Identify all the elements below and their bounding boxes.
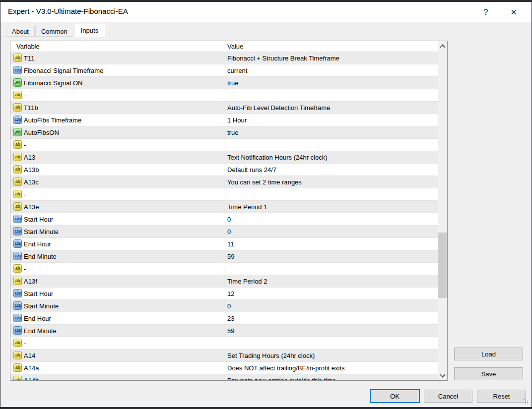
variable-cell: A13c <box>24 178 39 186</box>
variable-cell: Start Hour <box>24 290 53 297</box>
value-cell[interactable]: Default runs 24/7 <box>227 166 276 174</box>
expert-properties-dialog: Expert - V3.0-Ultimate-Fibonacci-EA ? ✕ … <box>0 2 532 407</box>
value-cell[interactable]: 23 <box>227 315 234 322</box>
string-type-icon: ab <box>13 177 22 186</box>
scroll-down-button[interactable] <box>438 371 447 380</box>
variable-cell: End Minute <box>24 327 57 335</box>
type-icon-glyph: 123 <box>15 230 21 234</box>
number-type-icon: 123 <box>13 116 22 124</box>
value-cell[interactable]: 12 <box>227 290 234 297</box>
variable-cell: - <box>24 191 26 198</box>
type-icon-glyph: ab <box>15 353 20 357</box>
variable-cell: Fibonacci Signal Timeframe <box>24 67 103 74</box>
title-bar[interactable]: Expert - V3.0-Ultimate-Fibonacci-EA ? ✕ <box>0 2 532 22</box>
value-cell[interactable]: Set Trading Hours (24hr clock) <box>227 352 315 359</box>
value-cell[interactable]: Time Period 1 <box>227 203 267 211</box>
number-type-icon: 123 <box>13 289 22 297</box>
bool-type-icon <box>13 128 22 136</box>
string-type-icon: ab <box>13 351 22 359</box>
type-icon-glyph: 123 <box>15 254 21 258</box>
value-cell[interactable]: 59 <box>227 327 234 335</box>
tab-common[interactable]: Common <box>35 26 73 37</box>
resize-grip[interactable] <box>524 399 529 404</box>
variable-cell: End Hour <box>24 315 51 322</box>
string-type-icon: ab <box>13 339 22 347</box>
type-icon-glyph: 123 <box>15 217 21 221</box>
value-cell[interactable]: 11 <box>227 240 234 248</box>
variable-cell: A13e <box>24 203 39 211</box>
value-cell[interactable]: 0 <box>227 228 231 235</box>
column-divider <box>224 41 224 380</box>
help-button[interactable]: ? <box>475 2 497 22</box>
value-cell[interactable]: 1 Hour <box>227 117 247 124</box>
cancel-button[interactable]: Cancel <box>424 390 472 403</box>
number-type-icon: 123 <box>13 227 22 235</box>
load-button[interactable]: Load <box>454 348 523 360</box>
value-cell[interactable]: Auto-Fib Level Detection Timeframe <box>227 104 330 112</box>
variable-cell: - <box>24 141 26 149</box>
variable-cell: A13f <box>24 278 37 285</box>
type-icon-glyph: 123 <box>15 316 21 320</box>
string-type-icon: ab <box>13 363 22 372</box>
scroll-up-button[interactable] <box>438 41 447 51</box>
tab-about[interactable]: About <box>6 26 35 37</box>
value-cell[interactable]: true <box>227 129 238 136</box>
variable-cell: AutoFibsON <box>24 129 59 136</box>
inputs-table: Variable Value ab T11 Fibonacci + Struct… <box>10 41 448 381</box>
variable-cell: A14 <box>24 352 35 359</box>
string-type-icon: ab <box>13 190 22 198</box>
save-button[interactable]: Save <box>454 367 523 380</box>
type-icon-glyph: ab <box>15 266 20 271</box>
string-type-icon: ab <box>13 140 22 149</box>
type-icon-glyph: ab <box>15 378 20 380</box>
reset-button[interactable]: Reset <box>477 390 526 403</box>
value-column-header: Value <box>227 43 243 50</box>
value-cell[interactable]: Fibonacci + Structure Break Timeframe <box>227 55 339 62</box>
type-icon-glyph: ab <box>15 56 20 60</box>
value-cell[interactable]: You can set 2 time ranges <box>227 178 302 186</box>
string-type-icon: ab <box>13 103 22 112</box>
chevron-down-icon <box>440 372 445 377</box>
value-cell[interactable]: Does NOT affect trailing/BE/in-profit ex… <box>227 364 345 372</box>
variable-cell: A14b <box>24 377 39 380</box>
type-icon-glyph: 123 <box>15 118 21 122</box>
variable-cell: End Minute <box>24 253 57 260</box>
scrollbar-thumb[interactable] <box>438 233 447 298</box>
number-type-icon: 123 <box>13 252 22 260</box>
type-icon-glyph: ab <box>15 167 20 172</box>
number-type-icon: 123 <box>13 314 22 322</box>
variable-column-header: Variable <box>16 43 40 50</box>
number-type-icon: 123 <box>13 215 22 223</box>
tab-inputs[interactable]: Inputs <box>74 24 105 37</box>
type-icon-glyph: ab <box>15 341 20 345</box>
tab-bar: About Common Inputs <box>6 23 106 37</box>
number-type-icon: 123 <box>13 239 22 248</box>
line-chart-icon <box>14 79 21 86</box>
variable-cell: T11b <box>24 104 38 112</box>
variable-cell: - <box>24 265 26 273</box>
value-cell[interactable]: 59 <box>227 253 234 260</box>
variable-cell: AutoFibs Timeframe <box>24 117 81 124</box>
bool-type-icon <box>13 78 22 87</box>
variable-cell: A13b <box>24 166 39 174</box>
string-type-icon: ab <box>13 277 22 285</box>
ok-button[interactable]: OK <box>370 389 420 403</box>
type-icon-glyph: ab <box>15 93 20 97</box>
value-cell[interactable]: 0 <box>227 302 231 310</box>
number-type-icon: 123 <box>13 301 22 310</box>
vertical-scrollbar[interactable] <box>438 41 447 380</box>
value-cell[interactable]: true <box>227 79 238 87</box>
type-icon-glyph: ab <box>15 192 20 196</box>
type-icon-glyph: ab <box>15 365 20 370</box>
number-type-icon: 123 <box>13 66 22 74</box>
value-cell[interactable]: 0 <box>227 216 231 223</box>
string-type-icon: ab <box>13 202 22 211</box>
value-cell[interactable]: Prevents new entries outside this time <box>227 377 336 380</box>
value-cell[interactable]: Time Period 2 <box>227 278 267 285</box>
value-cell[interactable]: current <box>227 67 247 74</box>
type-icon-glyph: ab <box>15 179 20 184</box>
value-cell[interactable]: Text Notification Hours (24hr clock) <box>227 154 328 161</box>
close-button[interactable]: ✕ <box>502 2 526 22</box>
type-icon-glyph: 123 <box>15 292 21 295</box>
type-icon-glyph: 123 <box>15 68 21 72</box>
